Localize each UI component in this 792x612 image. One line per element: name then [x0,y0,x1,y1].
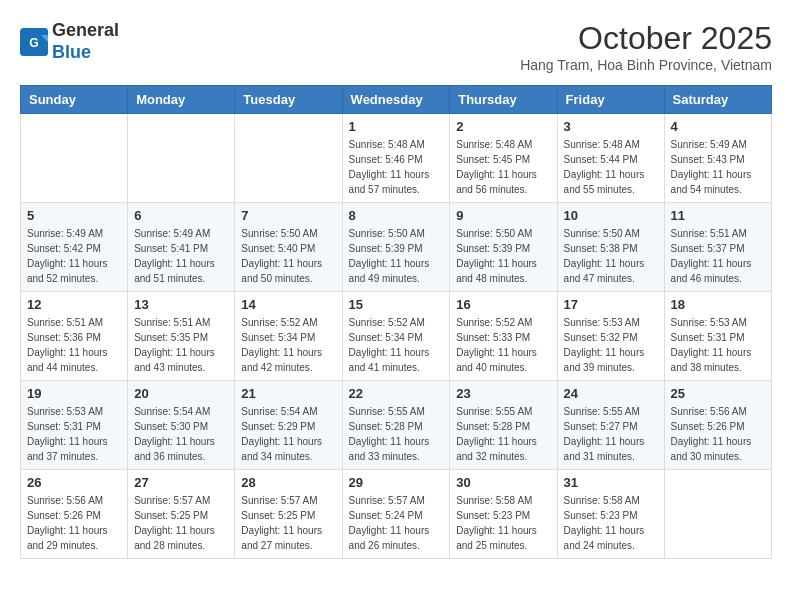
calendar-cell: 19Sunrise: 5:53 AMSunset: 5:31 PMDayligh… [21,381,128,470]
calendar-cell: 29Sunrise: 5:57 AMSunset: 5:24 PMDayligh… [342,470,450,559]
cell-sun-info: Sunrise: 5:49 AMSunset: 5:41 PMDaylight:… [134,226,228,286]
cell-day-number: 20 [134,386,228,401]
cell-sun-info: Sunrise: 5:58 AMSunset: 5:23 PMDaylight:… [456,493,550,553]
calendar-cell: 6Sunrise: 5:49 AMSunset: 5:41 PMDaylight… [128,203,235,292]
cell-day-number: 11 [671,208,765,223]
cell-sun-info: Sunrise: 5:51 AMSunset: 5:37 PMDaylight:… [671,226,765,286]
cell-sun-info: Sunrise: 5:48 AMSunset: 5:44 PMDaylight:… [564,137,658,197]
logo: G General Blue [20,20,119,63]
calendar-cell: 27Sunrise: 5:57 AMSunset: 5:25 PMDayligh… [128,470,235,559]
cell-sun-info: Sunrise: 5:53 AMSunset: 5:31 PMDaylight:… [671,315,765,375]
day-header-sunday: Sunday [21,86,128,114]
cell-day-number: 9 [456,208,550,223]
cell-sun-info: Sunrise: 5:55 AMSunset: 5:27 PMDaylight:… [564,404,658,464]
cell-day-number: 10 [564,208,658,223]
cell-sun-info: Sunrise: 5:52 AMSunset: 5:33 PMDaylight:… [456,315,550,375]
calendar-cell: 13Sunrise: 5:51 AMSunset: 5:35 PMDayligh… [128,292,235,381]
calendar-cell: 21Sunrise: 5:54 AMSunset: 5:29 PMDayligh… [235,381,342,470]
calendar-cell: 24Sunrise: 5:55 AMSunset: 5:27 PMDayligh… [557,381,664,470]
cell-day-number: 23 [456,386,550,401]
cell-day-number: 31 [564,475,658,490]
cell-sun-info: Sunrise: 5:57 AMSunset: 5:25 PMDaylight:… [241,493,335,553]
calendar-week-1: 1Sunrise: 5:48 AMSunset: 5:46 PMDaylight… [21,114,772,203]
cell-day-number: 21 [241,386,335,401]
cell-day-number: 2 [456,119,550,134]
cell-sun-info: Sunrise: 5:55 AMSunset: 5:28 PMDaylight:… [456,404,550,464]
calendar-cell: 7Sunrise: 5:50 AMSunset: 5:40 PMDaylight… [235,203,342,292]
day-header-saturday: Saturday [664,86,771,114]
calendar-cell: 17Sunrise: 5:53 AMSunset: 5:32 PMDayligh… [557,292,664,381]
cell-sun-info: Sunrise: 5:52 AMSunset: 5:34 PMDaylight:… [241,315,335,375]
cell-day-number: 1 [349,119,444,134]
day-header-tuesday: Tuesday [235,86,342,114]
cell-day-number: 6 [134,208,228,223]
day-header-thursday: Thursday [450,86,557,114]
cell-day-number: 12 [27,297,121,312]
svg-text:G: G [29,36,39,50]
calendar-cell: 31Sunrise: 5:58 AMSunset: 5:23 PMDayligh… [557,470,664,559]
location-subtitle: Hang Tram, Hoa Binh Province, Vietnam [520,57,772,73]
calendar-cell [21,114,128,203]
cell-sun-info: Sunrise: 5:57 AMSunset: 5:25 PMDaylight:… [134,493,228,553]
day-header-monday: Monday [128,86,235,114]
cell-sun-info: Sunrise: 5:53 AMSunset: 5:32 PMDaylight:… [564,315,658,375]
cell-day-number: 24 [564,386,658,401]
calendar-cell: 11Sunrise: 5:51 AMSunset: 5:37 PMDayligh… [664,203,771,292]
cell-sun-info: Sunrise: 5:49 AMSunset: 5:42 PMDaylight:… [27,226,121,286]
cell-sun-info: Sunrise: 5:56 AMSunset: 5:26 PMDaylight:… [671,404,765,464]
cell-day-number: 25 [671,386,765,401]
calendar-table: SundayMondayTuesdayWednesdayThursdayFrid… [20,85,772,559]
cell-sun-info: Sunrise: 5:50 AMSunset: 5:40 PMDaylight:… [241,226,335,286]
cell-sun-info: Sunrise: 5:53 AMSunset: 5:31 PMDaylight:… [27,404,121,464]
calendar-cell: 22Sunrise: 5:55 AMSunset: 5:28 PMDayligh… [342,381,450,470]
calendar-cell: 12Sunrise: 5:51 AMSunset: 5:36 PMDayligh… [21,292,128,381]
calendar-cell: 8Sunrise: 5:50 AMSunset: 5:39 PMDaylight… [342,203,450,292]
cell-sun-info: Sunrise: 5:49 AMSunset: 5:43 PMDaylight:… [671,137,765,197]
cell-sun-info: Sunrise: 5:55 AMSunset: 5:28 PMDaylight:… [349,404,444,464]
month-title: October 2025 [520,20,772,57]
cell-sun-info: Sunrise: 5:51 AMSunset: 5:35 PMDaylight:… [134,315,228,375]
calendar-cell: 9Sunrise: 5:50 AMSunset: 5:39 PMDaylight… [450,203,557,292]
calendar-cell: 15Sunrise: 5:52 AMSunset: 5:34 PMDayligh… [342,292,450,381]
day-header-friday: Friday [557,86,664,114]
cell-day-number: 3 [564,119,658,134]
cell-sun-info: Sunrise: 5:51 AMSunset: 5:36 PMDaylight:… [27,315,121,375]
calendar-cell [235,114,342,203]
calendar-cell: 10Sunrise: 5:50 AMSunset: 5:38 PMDayligh… [557,203,664,292]
cell-day-number: 26 [27,475,121,490]
cell-sun-info: Sunrise: 5:56 AMSunset: 5:26 PMDaylight:… [27,493,121,553]
calendar-cell [128,114,235,203]
cell-day-number: 29 [349,475,444,490]
calendar-cell [664,470,771,559]
cell-day-number: 28 [241,475,335,490]
cell-sun-info: Sunrise: 5:57 AMSunset: 5:24 PMDaylight:… [349,493,444,553]
calendar-cell: 5Sunrise: 5:49 AMSunset: 5:42 PMDaylight… [21,203,128,292]
calendar-cell: 26Sunrise: 5:56 AMSunset: 5:26 PMDayligh… [21,470,128,559]
cell-sun-info: Sunrise: 5:48 AMSunset: 5:46 PMDaylight:… [349,137,444,197]
calendar-week-5: 26Sunrise: 5:56 AMSunset: 5:26 PMDayligh… [21,470,772,559]
cell-day-number: 19 [27,386,121,401]
calendar-cell: 4Sunrise: 5:49 AMSunset: 5:43 PMDaylight… [664,114,771,203]
cell-day-number: 16 [456,297,550,312]
cell-day-number: 4 [671,119,765,134]
logo-blue-text: Blue [52,42,91,62]
calendar-week-3: 12Sunrise: 5:51 AMSunset: 5:36 PMDayligh… [21,292,772,381]
cell-sun-info: Sunrise: 5:50 AMSunset: 5:39 PMDaylight:… [349,226,444,286]
calendar-cell: 28Sunrise: 5:57 AMSunset: 5:25 PMDayligh… [235,470,342,559]
page-header: G General Blue October 2025 Hang Tram, H… [20,20,772,73]
title-area: October 2025 Hang Tram, Hoa Binh Provinc… [520,20,772,73]
cell-day-number: 7 [241,208,335,223]
day-header-wednesday: Wednesday [342,86,450,114]
cell-sun-info: Sunrise: 5:54 AMSunset: 5:29 PMDaylight:… [241,404,335,464]
calendar-cell: 18Sunrise: 5:53 AMSunset: 5:31 PMDayligh… [664,292,771,381]
cell-day-number: 13 [134,297,228,312]
cell-day-number: 18 [671,297,765,312]
cell-day-number: 27 [134,475,228,490]
logo-icon: G [20,28,48,56]
cell-day-number: 17 [564,297,658,312]
cell-day-number: 30 [456,475,550,490]
cell-sun-info: Sunrise: 5:50 AMSunset: 5:39 PMDaylight:… [456,226,550,286]
cell-day-number: 5 [27,208,121,223]
cell-day-number: 15 [349,297,444,312]
calendar-cell: 3Sunrise: 5:48 AMSunset: 5:44 PMDaylight… [557,114,664,203]
